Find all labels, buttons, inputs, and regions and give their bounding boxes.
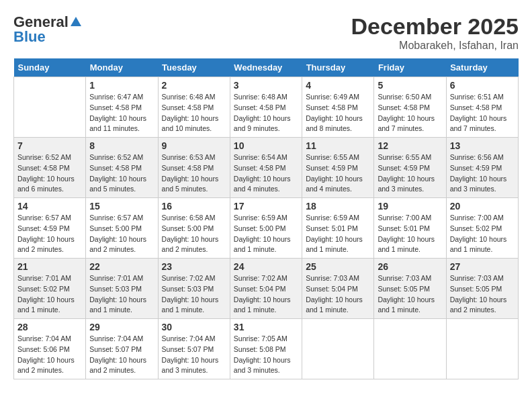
- day-number: 28: [17, 322, 82, 332]
- table-row: 27Sunrise: 7:03 AM Sunset: 5:05 PM Dayli…: [446, 259, 518, 319]
- day-number: 18: [306, 201, 370, 212]
- day-number: 21: [17, 261, 82, 272]
- day-number: 25: [306, 261, 370, 272]
- table-row: 21Sunrise: 7:01 AM Sunset: 5:02 PM Dayli…: [14, 259, 86, 319]
- table-row: 18Sunrise: 6:59 AM Sunset: 5:01 PM Dayli…: [302, 198, 374, 259]
- table-row: 19Sunrise: 7:00 AM Sunset: 5:01 PM Dayli…: [374, 198, 446, 259]
- table-row: 13Sunrise: 6:56 AM Sunset: 4:59 PM Dayli…: [446, 138, 518, 198]
- day-info: Sunrise: 7:02 AM Sunset: 5:04 PM Dayligh…: [234, 273, 298, 316]
- table-row: [446, 319, 518, 379]
- header-tuesday: Tuesday: [158, 58, 230, 77]
- calendar-week-3: 14Sunrise: 6:57 AM Sunset: 4:59 PM Dayli…: [14, 198, 519, 259]
- day-info: Sunrise: 7:04 AM Sunset: 5:06 PM Dayligh…: [17, 334, 82, 376]
- table-row: 3Sunrise: 6:48 AM Sunset: 4:58 PM Daylig…: [230, 77, 302, 138]
- table-row: 15Sunrise: 6:57 AM Sunset: 5:00 PM Dayli…: [86, 198, 158, 259]
- day-info: Sunrise: 6:55 AM Sunset: 4:59 PM Dayligh…: [378, 152, 442, 195]
- day-number: 31: [234, 322, 298, 332]
- day-info: Sunrise: 7:00 AM Sunset: 5:01 PM Dayligh…: [378, 213, 442, 255]
- day-number: 23: [162, 261, 226, 272]
- day-info: Sunrise: 7:03 AM Sunset: 5:05 PM Dayligh…: [450, 273, 515, 316]
- month-title: December 2025: [351, 13, 519, 40]
- day-number: 5: [378, 80, 442, 91]
- table-row: 2Sunrise: 6:48 AM Sunset: 4:58 PM Daylig…: [158, 77, 230, 138]
- table-row: 1Sunrise: 6:47 AM Sunset: 4:58 PM Daylig…: [86, 77, 158, 138]
- day-number: 16: [162, 201, 226, 212]
- table-row: 9Sunrise: 6:53 AM Sunset: 4:58 PM Daylig…: [158, 138, 230, 198]
- table-row: 12Sunrise: 6:55 AM Sunset: 4:59 PM Dayli…: [374, 138, 446, 198]
- table-row: 22Sunrise: 7:01 AM Sunset: 5:03 PM Dayli…: [86, 259, 158, 319]
- table-row: 7Sunrise: 6:52 AM Sunset: 4:58 PM Daylig…: [14, 138, 86, 198]
- svg-marker-0: [71, 17, 81, 26]
- day-number: 4: [306, 80, 370, 91]
- day-number: 3: [234, 80, 298, 91]
- day-info: Sunrise: 6:57 AM Sunset: 4:59 PM Dayligh…: [17, 213, 82, 255]
- table-row: 14Sunrise: 6:57 AM Sunset: 4:59 PM Dayli…: [14, 198, 86, 259]
- day-number: 26: [378, 261, 442, 272]
- title-block: December 2025 Mobarakeh, Isfahan, Iran: [351, 13, 519, 52]
- day-number: 2: [162, 80, 226, 91]
- table-row: [302, 319, 374, 379]
- table-row: [14, 77, 86, 138]
- day-number: 1: [89, 80, 154, 91]
- calendar-week-1: 1Sunrise: 6:47 AM Sunset: 4:58 PM Daylig…: [14, 77, 519, 138]
- calendar-week-4: 21Sunrise: 7:01 AM Sunset: 5:02 PM Dayli…: [14, 259, 519, 319]
- day-info: Sunrise: 6:59 AM Sunset: 5:00 PM Dayligh…: [234, 213, 298, 255]
- calendar-header-row: Sunday Monday Tuesday Wednesday Thursday…: [14, 58, 519, 77]
- calendar-week-2: 7Sunrise: 6:52 AM Sunset: 4:58 PM Daylig…: [14, 138, 519, 198]
- day-info: Sunrise: 6:59 AM Sunset: 5:01 PM Dayligh…: [306, 213, 370, 255]
- table-row: 5Sunrise: 6:50 AM Sunset: 4:58 PM Daylig…: [374, 77, 446, 138]
- day-info: Sunrise: 7:01 AM Sunset: 5:03 PM Dayligh…: [89, 273, 154, 316]
- header-thursday: Thursday: [302, 58, 374, 77]
- day-number: 6: [450, 80, 515, 91]
- header-friday: Friday: [374, 58, 446, 77]
- day-number: 12: [378, 140, 442, 151]
- day-info: Sunrise: 7:04 AM Sunset: 5:07 PM Dayligh…: [89, 334, 154, 376]
- day-info: Sunrise: 7:05 AM Sunset: 5:08 PM Dayligh…: [234, 334, 298, 376]
- table-row: 31Sunrise: 7:05 AM Sunset: 5:08 PM Dayli…: [230, 319, 302, 379]
- table-row: 30Sunrise: 7:04 AM Sunset: 5:07 PM Dayli…: [158, 319, 230, 379]
- table-row: 25Sunrise: 7:03 AM Sunset: 5:04 PM Dayli…: [302, 259, 374, 319]
- logo: General Blue: [13, 13, 83, 46]
- day-info: Sunrise: 6:55 AM Sunset: 4:59 PM Dayligh…: [306, 152, 370, 195]
- header-wednesday: Wednesday: [230, 58, 302, 77]
- day-number: 14: [17, 201, 82, 212]
- day-info: Sunrise: 7:00 AM Sunset: 5:02 PM Dayligh…: [450, 213, 515, 255]
- table-row: 28Sunrise: 7:04 AM Sunset: 5:06 PM Dayli…: [14, 319, 86, 379]
- table-row: 26Sunrise: 7:03 AM Sunset: 5:05 PM Dayli…: [374, 259, 446, 319]
- calendar-week-5: 28Sunrise: 7:04 AM Sunset: 5:06 PM Dayli…: [14, 319, 519, 379]
- day-info: Sunrise: 6:48 AM Sunset: 4:58 PM Dayligh…: [234, 92, 298, 134]
- day-info: Sunrise: 6:50 AM Sunset: 4:58 PM Dayligh…: [378, 92, 442, 134]
- day-number: 17: [234, 201, 298, 212]
- day-info: Sunrise: 6:57 AM Sunset: 5:00 PM Dayligh…: [89, 213, 154, 255]
- day-info: Sunrise: 7:01 AM Sunset: 5:02 PM Dayligh…: [17, 273, 82, 316]
- day-info: Sunrise: 6:47 AM Sunset: 4:58 PM Dayligh…: [89, 92, 154, 134]
- day-number: 9: [162, 140, 226, 151]
- day-info: Sunrise: 6:58 AM Sunset: 5:00 PM Dayligh…: [162, 213, 226, 255]
- header-saturday: Saturday: [446, 58, 518, 77]
- day-number: 30: [162, 322, 226, 332]
- day-info: Sunrise: 6:51 AM Sunset: 4:58 PM Dayligh…: [450, 92, 515, 134]
- day-info: Sunrise: 7:03 AM Sunset: 5:04 PM Dayligh…: [306, 273, 370, 316]
- day-number: 7: [17, 140, 82, 151]
- table-row: 8Sunrise: 6:52 AM Sunset: 4:58 PM Daylig…: [86, 138, 158, 198]
- location-subtitle: Mobarakeh, Isfahan, Iran: [351, 40, 519, 52]
- table-row: 11Sunrise: 6:55 AM Sunset: 4:59 PM Dayli…: [302, 138, 374, 198]
- header-monday: Monday: [86, 58, 158, 77]
- table-row: 20Sunrise: 7:00 AM Sunset: 5:02 PM Dayli…: [446, 198, 518, 259]
- day-number: 10: [234, 140, 298, 151]
- table-row: 16Sunrise: 6:58 AM Sunset: 5:00 PM Dayli…: [158, 198, 230, 259]
- day-info: Sunrise: 6:49 AM Sunset: 4:58 PM Dayligh…: [306, 92, 370, 134]
- table-row: 6Sunrise: 6:51 AM Sunset: 4:58 PM Daylig…: [446, 77, 518, 138]
- day-number: 19: [378, 201, 442, 212]
- day-info: Sunrise: 6:56 AM Sunset: 4:59 PM Dayligh…: [450, 152, 515, 195]
- day-number: 29: [89, 322, 154, 332]
- day-number: 27: [450, 261, 515, 272]
- day-number: 24: [234, 261, 298, 272]
- day-number: 15: [89, 201, 154, 212]
- table-row: 24Sunrise: 7:02 AM Sunset: 5:04 PM Dayli…: [230, 259, 302, 319]
- day-number: 8: [89, 140, 154, 151]
- day-info: Sunrise: 6:52 AM Sunset: 4:58 PM Dayligh…: [89, 152, 154, 195]
- logo-icon: [69, 15, 83, 29]
- calendar-table: Sunday Monday Tuesday Wednesday Thursday…: [13, 58, 519, 379]
- table-row: 17Sunrise: 6:59 AM Sunset: 5:00 PM Dayli…: [230, 198, 302, 259]
